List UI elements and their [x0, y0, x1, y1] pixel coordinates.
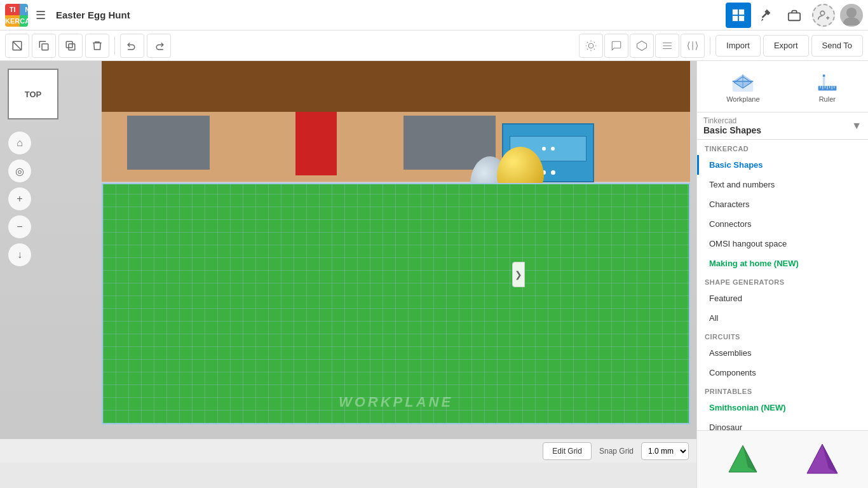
- workplane-label: Workplane: [339, 394, 453, 410]
- logo[interactable]: TI N KER CAD: [5, 4, 28, 27]
- ruler-label: Ruler: [819, 95, 836, 103]
- room-container: Workplane: [51, 61, 696, 437]
- new-button[interactable]: [5, 34, 29, 58]
- hammer-button[interactable]: [754, 3, 779, 28]
- export-button[interactable]: Export: [763, 35, 809, 57]
- ruler-icon: [816, 70, 839, 93]
- all-item[interactable]: All: [697, 308, 868, 328]
- snap-grid-label: Snap Grid: [599, 447, 634, 456]
- tinkercad-section-header: TINKERCAD: [697, 140, 868, 155]
- view3d-button[interactable]: [630, 34, 654, 58]
- duplicate-icon: [65, 40, 76, 51]
- svg-point-5: [820, 11, 825, 15]
- svg-rect-9: [66, 41, 72, 48]
- svg-rect-0: [733, 9, 738, 14]
- ruler-tool-button[interactable]: Ruler: [808, 66, 846, 107]
- zoom-in-button[interactable]: +: [8, 187, 32, 211]
- shape-panel: TINKERCAD Basic Shapes Text and numbers …: [697, 140, 868, 430]
- redo-button[interactable]: [147, 34, 171, 58]
- zoom-out-button[interactable]: −: [8, 215, 32, 239]
- fit-view-button[interactable]: ↓: [8, 243, 32, 267]
- snap-grid-select[interactable]: 1.0 mm 0.5 mm 2.0 mm: [641, 442, 689, 460]
- delete-icon: [92, 40, 103, 51]
- purple-pyramid-icon: [803, 440, 841, 478]
- circuits-section-header: CIRCUITS: [697, 328, 868, 343]
- edit-grid-button[interactable]: Edit Grid: [543, 442, 592, 460]
- hammer-icon: [759, 8, 773, 22]
- scene[interactable]: TOP ⌂ ◎ + − ↓: [0, 61, 696, 463]
- red-box[interactable]: [295, 112, 337, 175]
- avatar[interactable]: [840, 4, 863, 27]
- align-icon: [661, 40, 673, 51]
- shelf-box-left: [127, 116, 210, 170]
- panel-toggle-button[interactable]: ❯: [512, 262, 525, 287]
- svg-marker-12: [637, 41, 647, 50]
- list-icon[interactable]: ☰: [36, 8, 46, 22]
- workplane[interactable]: Workplane: [102, 183, 690, 424]
- briefcase-icon: [787, 8, 801, 22]
- add-user-button[interactable]: [812, 4, 835, 27]
- svg-rect-10: [69, 44, 75, 50]
- text-numbers-item[interactable]: Text and numbers: [697, 175, 868, 194]
- right-panel: Workplane Ruler: [696, 61, 868, 488]
- delete-button[interactable]: [85, 34, 109, 58]
- topbar-icons: [726, 3, 807, 28]
- view3d-icon: [636, 40, 648, 51]
- grid-view-button[interactable]: [726, 3, 751, 28]
- shape-selector[interactable]: Tinkercad Basic Shapes ▼: [697, 112, 868, 140]
- logo-ker: N: [20, 4, 28, 15]
- home-view-button[interactable]: ⌂: [8, 131, 32, 155]
- ceiling: [102, 61, 690, 112]
- shape-thumb-purple-pyramid[interactable]: [800, 437, 844, 482]
- duplicate-button[interactable]: [58, 34, 83, 58]
- redo-icon: [153, 40, 165, 51]
- briefcase-button[interactable]: [782, 3, 807, 28]
- components-item[interactable]: Components: [697, 363, 868, 383]
- orbit-button[interactable]: ◎: [8, 159, 32, 183]
- bottom-bar: Edit Grid Snap Grid 1.0 mm 0.5 mm 2.0 mm: [0, 438, 696, 463]
- undo-icon: [126, 40, 138, 51]
- topbar: TI N KER CAD ☰ Easter Egg Hunt: [0, 0, 868, 30]
- project-title[interactable]: Easter Egg Hunt: [56, 10, 130, 20]
- making-at-home-item[interactable]: Making at home (NEW): [697, 254, 868, 273]
- green-pyramid-icon: [724, 440, 762, 478]
- shape-thumb-green-pyramid[interactable]: [721, 437, 765, 482]
- light-icon: [585, 40, 597, 51]
- viewport: TOP ⌂ ◎ + − ↓: [0, 61, 696, 488]
- logo-tin: TI: [5, 4, 20, 15]
- light-button[interactable]: [579, 34, 603, 58]
- copy-icon: [38, 40, 50, 51]
- workplane-label: Workplane: [726, 95, 759, 103]
- omsi-hangout-item[interactable]: OMSI hangout space: [697, 234, 868, 254]
- svg-point-6: [846, 8, 857, 18]
- printables-section-header: PRINTABLES: [697, 383, 868, 398]
- align-button[interactable]: [655, 34, 679, 58]
- shape-thumbnails: [697, 430, 868, 488]
- basic-shapes-item[interactable]: Basic Shapes: [697, 155, 868, 175]
- svg-rect-30: [823, 76, 825, 86]
- mirror-button[interactable]: [681, 34, 705, 58]
- workplane-tool-button[interactable]: Workplane: [719, 66, 767, 107]
- logo-cad: KER: [5, 15, 20, 27]
- shape-selector-arrow-icon[interactable]: ▼: [851, 120, 862, 132]
- separator-2: [710, 37, 710, 55]
- dinosaur-item[interactable]: Dinosaur: [697, 417, 868, 430]
- copy-button[interactable]: [32, 34, 56, 58]
- undo-button[interactable]: [120, 34, 144, 58]
- avatar-icon: [840, 4, 863, 27]
- connectors-item[interactable]: Connectors: [697, 214, 868, 234]
- featured-item[interactable]: Featured: [697, 288, 868, 308]
- svg-rect-2: [733, 15, 738, 20]
- separator-1: [114, 37, 115, 55]
- assemblies-item[interactable]: Assemblies: [697, 343, 868, 363]
- import-button[interactable]: Import: [715, 35, 761, 57]
- svg-rect-4: [789, 13, 800, 20]
- main: TOP ⌂ ◎ + − ↓: [0, 61, 868, 488]
- shape-comment-button[interactable]: [604, 34, 628, 58]
- send-to-button[interactable]: Send To: [811, 35, 863, 57]
- svg-rect-1: [739, 9, 744, 14]
- characters-item[interactable]: Characters: [697, 194, 868, 214]
- smithsonian-item[interactable]: Smithsonian (NEW): [697, 398, 868, 417]
- logo-space: CAD: [20, 15, 28, 27]
- new-icon: [11, 40, 23, 51]
